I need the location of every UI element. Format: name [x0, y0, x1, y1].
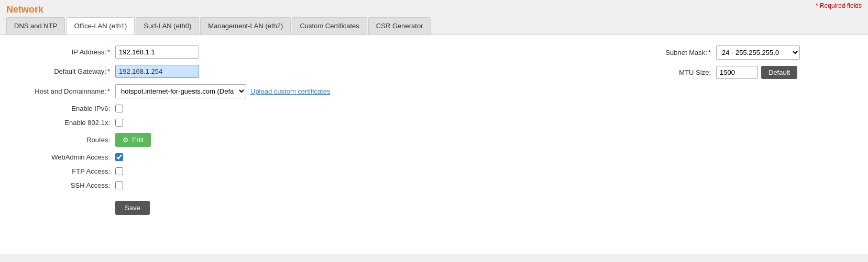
host-domainname-select[interactable]: hotspot.internet-for-guests.com (Default…: [115, 84, 246, 98]
routes-label: Routes:: [10, 136, 115, 144]
mtu-size-label: MTU Size:: [648, 69, 716, 76]
tab-custom-certificates[interactable]: Custom Certificates: [292, 17, 367, 35]
enable-802-1x-checkbox[interactable]: [115, 119, 123, 127]
page-title: Network: [6, 4, 43, 15]
ip-address-input[interactable]: [115, 45, 199, 59]
enable-802-1x-label: Enable 802.1x:: [10, 119, 115, 127]
ip-address-label: IP Address:*: [10, 48, 115, 56]
content-area: IP Address:* Default Gateway:* Host and …: [0, 35, 868, 254]
routes-row: Routes: ⚙ Edit: [10, 133, 648, 147]
enable-ipv6-checkbox[interactable]: [115, 105, 123, 112]
subnet-mask-row: Subnet Mask:* 24 - 255.255.255.0: [648, 45, 858, 60]
tab-bar: DNS and NTP Office-LAN (eth1) Surf-LAN (…: [0, 17, 868, 35]
ftp-access-checkbox[interactable]: [115, 167, 123, 175]
enable-ipv6-label: Enable IPv6:: [10, 105, 115, 112]
subnet-mask-label: Subnet Mask:*: [648, 49, 716, 56]
default-gateway-input[interactable]: [115, 65, 199, 78]
default-gateway-row: Default Gateway:*: [10, 65, 648, 78]
subnet-mask-select[interactable]: 24 - 255.255.255.0: [716, 45, 800, 60]
tab-management-lan[interactable]: Management-LAN (eth2): [200, 17, 291, 35]
tab-office-lan[interactable]: Office-LAN (eth1): [66, 17, 135, 35]
tab-surf-lan[interactable]: Surf-LAN (eth0): [136, 17, 199, 35]
default-gateway-label: Default Gateway:*: [10, 67, 115, 75]
webadmin-access-row: WebAdmin Access:: [10, 153, 648, 161]
mtu-default-button[interactable]: Default: [761, 66, 797, 79]
mtu-size-row: MTU Size: Default: [648, 66, 858, 79]
ip-address-row: IP Address:*: [10, 45, 648, 59]
mtu-size-input[interactable]: [716, 66, 758, 79]
tab-dns-ntp[interactable]: DNS and NTP: [6, 17, 65, 35]
host-domainname-label: Host and Domainname:*: [10, 87, 115, 95]
enable-802-1x-row: Enable 802.1x:: [10, 119, 648, 127]
ssh-access-row: SSH Access:: [10, 181, 648, 189]
webadmin-access-checkbox[interactable]: [115, 153, 123, 161]
gear-icon: ⚙: [123, 136, 129, 144]
right-column: Subnet Mask:* 24 - 255.255.255.0 MTU Siz…: [648, 45, 858, 221]
save-row: Save: [10, 196, 648, 215]
ftp-access-row: FTP Access:: [10, 167, 648, 175]
ssh-access-label: SSH Access:: [10, 181, 115, 189]
required-fields-note: * Required fields: [809, 0, 868, 12]
routes-edit-button[interactable]: ⚙ Edit: [115, 133, 151, 147]
ssh-access-checkbox[interactable]: [115, 181, 123, 189]
save-button[interactable]: Save: [115, 201, 150, 215]
upload-custom-certificates-link[interactable]: Upload custom certificates: [250, 87, 330, 95]
tab-csr-generator[interactable]: CSR Generator: [368, 17, 431, 35]
host-domainname-row: Host and Domainname:* hotspot.internet-f…: [10, 84, 648, 98]
webadmin-access-label: WebAdmin Access:: [10, 153, 115, 161]
enable-ipv6-row: Enable IPv6:: [10, 105, 648, 112]
ftp-access-label: FTP Access:: [10, 167, 115, 175]
